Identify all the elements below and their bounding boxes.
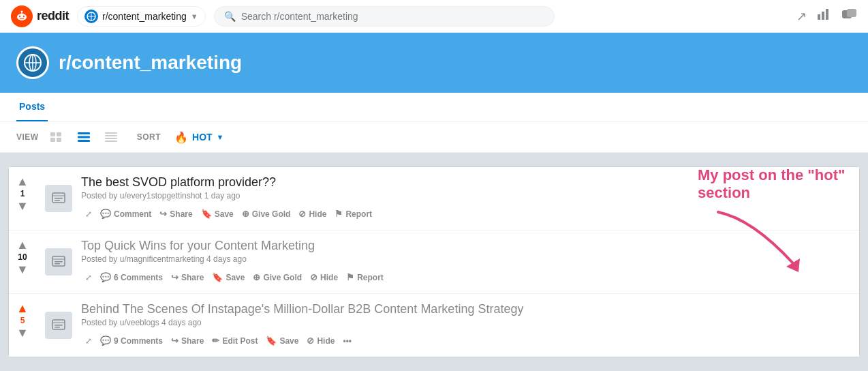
share-icon-3: ↪ bbox=[171, 336, 179, 346]
thumbnail-2 bbox=[42, 236, 76, 288]
svg-rect-28 bbox=[105, 140, 117, 142]
post-row-2: ▲ 10 ▼ Top Quick Wins for your Content M… bbox=[9, 231, 859, 294]
svg-rect-36 bbox=[55, 263, 60, 265]
save-btn-1[interactable]: 🔖 Save bbox=[197, 206, 238, 222]
post-title-2[interactable]: Top Quick Wins for your Content Marketin… bbox=[81, 239, 854, 253]
hide-icon-3: ⊘ bbox=[307, 336, 314, 346]
svg-rect-20 bbox=[57, 132, 61, 136]
edit-icon-3: ✏ bbox=[212, 336, 219, 346]
post-actions-2: ⤢ 💬 6 Comments ↪ Share 🔖 Save ⊕ Give Gol… bbox=[81, 269, 854, 285]
give-gold-btn-1[interactable]: ⊕ Give Gold bbox=[238, 206, 295, 222]
post-actions-3: ⤢ 💬 9 Comments ↪ Share ✏ Edit Post 🔖 Sav… bbox=[81, 333, 854, 348]
downvote-btn-1[interactable]: ▼ bbox=[16, 200, 29, 212]
sort-dropdown-arrow: ▼ bbox=[217, 133, 224, 141]
svg-point-3 bbox=[23, 15, 25, 16]
post-content-3: Behind The Scenes Of Instapage's Million… bbox=[81, 299, 854, 351]
svg-rect-24 bbox=[78, 140, 90, 142]
comment-btn-1[interactable]: 💬 Comment bbox=[96, 206, 155, 222]
share-icon-2: ↪ bbox=[171, 272, 179, 282]
view-compact-btn[interactable] bbox=[74, 128, 93, 147]
svg-point-2 bbox=[19, 15, 20, 16]
svg-rect-26 bbox=[105, 135, 117, 136]
share-btn-3[interactable]: ↪ Share bbox=[167, 333, 208, 348]
share-icon-1: ↪ bbox=[159, 209, 167, 219]
comment-icon-3: 💬 bbox=[100, 336, 111, 346]
edit-post-btn-3[interactable]: ✏ Edit Post bbox=[208, 333, 262, 348]
svg-rect-35 bbox=[55, 261, 63, 263]
hide-btn-2[interactable]: ⊘ Hide bbox=[306, 269, 342, 285]
share-btn-2[interactable]: ↪ Share bbox=[167, 269, 208, 285]
nav-icons: ↗ bbox=[796, 9, 857, 24]
post-title-1[interactable]: The best SVOD platform provider?? bbox=[81, 175, 854, 190]
subreddit-pill-text: r/content_marketing bbox=[102, 11, 187, 22]
tabs-bar: Posts bbox=[0, 93, 868, 122]
vote-count-1: 1 bbox=[20, 189, 25, 198]
bookmark-icon-3: 🔖 bbox=[266, 336, 277, 346]
share-btn-1[interactable]: ↪ Share bbox=[155, 206, 196, 222]
thumbnail-1 bbox=[42, 173, 76, 224]
trending-icon[interactable]: ↗ bbox=[796, 9, 807, 24]
sort-label: SORT bbox=[137, 132, 161, 142]
expand-btn-3[interactable]: ⤢ bbox=[81, 335, 96, 347]
view-label: VIEW bbox=[16, 132, 39, 142]
vote-count-3: 5 bbox=[20, 316, 25, 325]
banner-title: r/content_marketing bbox=[59, 52, 242, 74]
bookmark-icon-1: 🔖 bbox=[201, 209, 212, 219]
view-list-btn[interactable] bbox=[102, 128, 121, 147]
search-input[interactable] bbox=[241, 11, 544, 22]
bookmark-icon-2: 🔖 bbox=[212, 272, 223, 282]
more-btn-3[interactable]: ••• bbox=[339, 333, 356, 348]
downvote-btn-2[interactable]: ▼ bbox=[16, 263, 29, 276]
save-btn-2[interactable]: 🔖 Save bbox=[208, 269, 249, 285]
hide-icon-1: ⊘ bbox=[298, 209, 306, 219]
view-card-btn[interactable] bbox=[47, 128, 66, 147]
downvote-btn-3[interactable]: ▼ bbox=[16, 327, 29, 339]
report-btn-2[interactable]: ⚑ Report bbox=[342, 269, 388, 285]
comment-btn-3[interactable]: 💬 9 Comments bbox=[96, 333, 167, 348]
post-thumbnail-icon-2 bbox=[45, 248, 72, 276]
posts-container: ▲ 1 ▼ The best SVOD platform provider?? … bbox=[8, 166, 860, 357]
post-title-3[interactable]: Behind The Scenes Of Instapage's Million… bbox=[81, 302, 854, 316]
subreddit-dropdown-arrow[interactable]: ▼ bbox=[191, 12, 198, 20]
chart-icon[interactable] bbox=[818, 9, 831, 23]
tab-posts[interactable]: Posts bbox=[16, 93, 48, 121]
hide-btn-3[interactable]: ⊘ Hide bbox=[303, 333, 339, 348]
subreddit-banner: r/content_marketing bbox=[0, 33, 868, 93]
svg-point-4 bbox=[21, 10, 23, 12]
search-bar: 🔍 bbox=[214, 6, 555, 27]
hide-icon-2: ⊘ bbox=[310, 272, 317, 282]
upvote-btn-1[interactable]: ▲ bbox=[16, 175, 29, 188]
svg-rect-40 bbox=[55, 327, 60, 328]
hide-btn-1[interactable]: ⊘ Hide bbox=[294, 206, 330, 222]
toolbar: VIEW SORT 🔥 HOT ▼ bbox=[0, 122, 868, 153]
upvote-btn-2[interactable]: ▲ bbox=[16, 239, 29, 251]
subreddit-pill-icon bbox=[84, 10, 98, 23]
subreddit-pill[interactable]: r/content_marketing ▼ bbox=[77, 6, 206, 27]
sort-hot-btn[interactable]: 🔥 HOT ▼ bbox=[169, 128, 229, 147]
expand-btn-1[interactable]: ⤢ bbox=[81, 208, 96, 220]
vote-column-3: ▲ 5 ▼ bbox=[9, 299, 36, 351]
search-icon: 🔍 bbox=[224, 11, 236, 22]
reddit-logo[interactable]: reddit bbox=[11, 5, 69, 27]
thumbnail-3 bbox=[42, 299, 76, 351]
svg-rect-22 bbox=[78, 132, 90, 134]
comment-icon-1: 💬 bbox=[100, 209, 111, 219]
save-btn-3[interactable]: 🔖 Save bbox=[262, 333, 303, 348]
post-meta-3: Posted by u/veeblogs 4 days ago bbox=[81, 318, 854, 327]
svg-rect-11 bbox=[826, 9, 828, 20]
more-icon-3: ••• bbox=[343, 336, 352, 346]
post-thumbnail-icon-1 bbox=[45, 185, 72, 212]
flag-icon-2: ⚑ bbox=[346, 272, 354, 282]
report-btn-1[interactable]: ⚑ Report bbox=[330, 206, 376, 222]
sort-hot-text: HOT bbox=[192, 132, 213, 143]
expand-btn-2[interactable]: ⤢ bbox=[81, 271, 96, 284]
coins-icon[interactable] bbox=[842, 9, 857, 23]
upvote-btn-3[interactable]: ▲ bbox=[16, 302, 29, 314]
svg-rect-21 bbox=[57, 138, 61, 142]
post-thumbnail-icon-3 bbox=[45, 312, 72, 339]
svg-rect-13 bbox=[847, 9, 856, 17]
post-meta-2: Posted by u/magnificentmarketing 4 days … bbox=[81, 254, 854, 264]
comment-btn-2[interactable]: 💬 6 Comments bbox=[96, 269, 167, 285]
give-gold-btn-2[interactable]: ⊕ Give Gold bbox=[249, 269, 306, 285]
svg-rect-27 bbox=[105, 138, 117, 139]
